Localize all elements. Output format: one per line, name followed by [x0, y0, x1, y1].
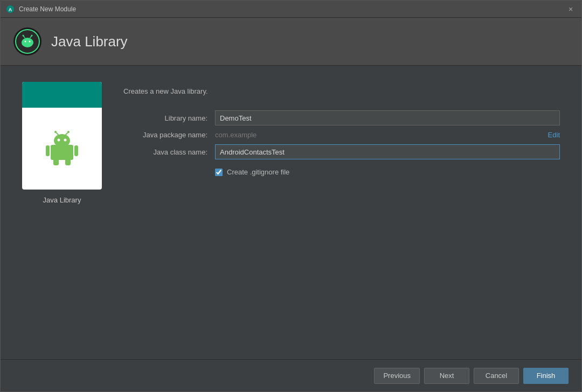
svg-rect-21	[53, 159, 59, 165]
window-icon: A	[6, 5, 15, 13]
module-type-label: Java Library	[43, 196, 81, 204]
dialog-title: Java Library	[51, 33, 128, 50]
left-panel: Java Library	[22, 82, 102, 343]
svg-point-9	[23, 35, 24, 37]
card-header	[22, 82, 102, 108]
finish-button[interactable]: Finish	[523, 368, 569, 384]
main-content: Java Library Creates a new Java library.…	[1, 66, 581, 359]
svg-point-18	[67, 131, 70, 133]
svg-rect-19	[46, 145, 50, 156]
title-bar-left: A Create New Module	[6, 5, 76, 13]
java-class-row: Java class name:	[123, 144, 560, 159]
svg-rect-20	[74, 145, 78, 156]
java-class-input[interactable]	[215, 144, 560, 159]
svg-point-5	[25, 41, 26, 43]
next-button[interactable]: Next	[424, 368, 469, 384]
cancel-button[interactable]: Cancel	[474, 368, 519, 384]
form-panel: Creates a new Java library. Library name…	[123, 82, 560, 343]
svg-point-14	[64, 139, 67, 142]
java-class-value	[215, 144, 560, 159]
library-name-value	[215, 110, 560, 125]
title-bar: A Create New Module ×	[1, 1, 581, 18]
svg-text:A: A	[9, 7, 12, 12]
edit-package-link[interactable]: Edit	[548, 131, 560, 139]
card-body	[43, 108, 81, 190]
gitignore-checkbox[interactable]	[215, 169, 223, 176]
library-name-row: Library name:	[123, 110, 560, 125]
library-name-label: Library name:	[123, 114, 215, 122]
java-package-text: com.example	[215, 131, 257, 139]
library-name-input[interactable]	[215, 110, 560, 125]
android-studio-icon	[13, 27, 41, 55]
previous-button[interactable]: Previous	[374, 368, 420, 384]
dialog-window: A Create New Module × Java Library	[0, 0, 582, 392]
module-preview-card	[22, 82, 102, 190]
gitignore-row: Create .gitignore file	[215, 168, 560, 176]
gitignore-label: Create .gitignore file	[227, 168, 289, 176]
svg-point-4	[22, 38, 33, 47]
form-description: Creates a new Java library.	[123, 87, 560, 95]
window-title: Create New Module	[19, 5, 76, 13]
svg-point-12	[54, 134, 70, 147]
dialog-header: Java Library	[1, 18, 581, 66]
dialog-footer: Previous Next Cancel Finish	[1, 359, 581, 391]
svg-rect-22	[65, 159, 71, 165]
java-package-label: Java package name:	[123, 131, 215, 139]
svg-point-10	[31, 35, 33, 37]
close-button[interactable]: ×	[565, 4, 576, 15]
svg-point-13	[58, 139, 60, 142]
android-robot-icon	[43, 130, 81, 167]
java-package-row: Java package name: com.example Edit	[123, 131, 560, 139]
java-class-label: Java class name:	[123, 148, 215, 156]
svg-point-6	[29, 41, 31, 43]
svg-rect-11	[51, 145, 73, 160]
svg-point-17	[54, 131, 57, 133]
java-package-value: com.example Edit	[215, 131, 560, 139]
